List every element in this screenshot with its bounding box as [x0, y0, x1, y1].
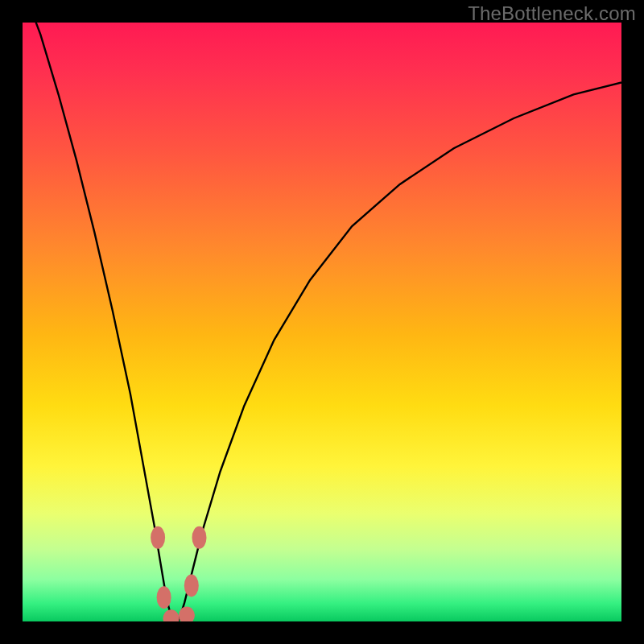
watermark-label: TheBottleneck.com — [468, 2, 636, 25]
dot-left-upper — [151, 526, 165, 549]
dot-left-lower — [157, 586, 171, 609]
dot-trough-right — [179, 607, 195, 621]
dot-trough-left — [163, 609, 180, 621]
chart-frame: TheBottleneck.com — [0, 0, 644, 644]
dot-right-upper — [192, 526, 207, 549]
plot-area — [23, 23, 621, 621]
marker-dots — [23, 23, 621, 621]
dot-right-lower — [184, 574, 199, 597]
